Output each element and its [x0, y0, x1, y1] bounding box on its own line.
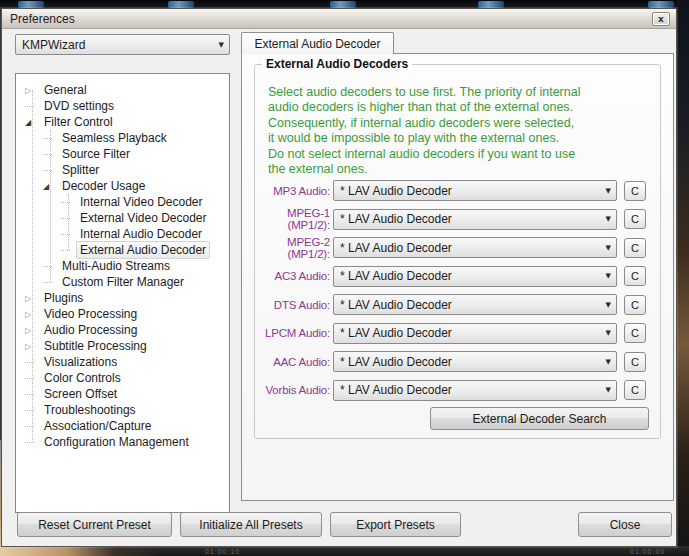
decoder-combo-mpeg1[interactable]: * LAV Audio Decoder▼	[333, 209, 617, 230]
tree-item-video-processing[interactable]: ▷Video Processing	[16, 306, 229, 322]
reset-current-preset-button[interactable]: Reset Current Preset	[17, 512, 172, 537]
decoder-label: MP3 Audio:	[255, 185, 333, 197]
decoder-row-lpcm: LPCM Audio: * LAV Audio Decoder▼ C	[255, 323, 660, 344]
chevron-down-icon: ▼	[606, 301, 611, 309]
tree-item-external-video-decoder[interactable]: External Video Decoder	[16, 210, 229, 226]
decoder-config-button[interactable]: C	[624, 352, 646, 372]
decoder-label: MPEG-2 (MP1/2):	[255, 236, 333, 260]
desktop-right-strip	[677, 0, 689, 556]
tree-connector	[61, 201, 76, 203]
external-decoder-search-button[interactable]: External Decoder Search	[430, 407, 649, 430]
decoder-combo-value: * LAV Audio Decoder	[340, 269, 452, 283]
decoder-combo-mpeg2[interactable]: * LAV Audio Decoder▼	[333, 237, 617, 258]
close-button[interactable]: Close	[578, 512, 672, 537]
decoder-config-button[interactable]: C	[624, 209, 646, 229]
decoder-combo-value: * LAV Audio Decoder	[340, 326, 452, 340]
tree-item-label: Configuration Management	[40, 433, 193, 451]
collapsed-arrow-icon[interactable]: ▷	[25, 310, 40, 319]
decoder-config-button[interactable]: C	[624, 295, 646, 315]
tree-connector	[43, 281, 58, 283]
tree-item-filter-control[interactable]: ◢Filter Control	[16, 114, 229, 130]
group-description: Select audio decoders to use first. The …	[268, 85, 646, 177]
expanded-arrow-icon[interactable]: ◢	[43, 182, 58, 191]
group-external-audio-decoders: External Audio Decoders Select audio dec…	[254, 64, 661, 439]
decoder-label: Vorbis Audio:	[255, 384, 333, 396]
tab-label: External Audio Decoder	[254, 37, 380, 51]
tree-item-subtitle-processing[interactable]: ▷Subtitle Processing	[16, 338, 229, 354]
export-presets-button[interactable]: Export Presets	[330, 512, 461, 537]
tree-item-dvd-settings[interactable]: DVD settings	[16, 98, 229, 114]
chevron-down-icon: ▼	[606, 386, 611, 394]
tree-connector	[25, 425, 40, 427]
tree-item-screen-offset[interactable]: Screen Offset	[16, 386, 229, 402]
title-bar[interactable]: Preferences x	[2, 9, 676, 29]
tree-item-source-filter[interactable]: Source Filter	[16, 146, 229, 162]
tree-connector	[25, 377, 40, 379]
tree-item-multi-audio-streams[interactable]: Multi-Audio Streams	[16, 258, 229, 274]
decoder-combo-value: * LAV Audio Decoder	[340, 184, 452, 198]
tree-item-splitter[interactable]: Splitter	[16, 162, 229, 178]
tree-connector	[43, 265, 58, 267]
tree-item-configuration-management[interactable]: Configuration Management	[16, 434, 229, 450]
preset-combo[interactable]: KMPWizard ▼	[15, 34, 230, 55]
tree-item-association-capture[interactable]: Association/Capture	[16, 418, 229, 434]
tree-connector	[61, 233, 76, 235]
preferences-tree: ▷General DVD settings ◢Filter Control Se…	[15, 73, 230, 513]
tree-connector	[25, 361, 40, 363]
window-close-button[interactable]: x	[652, 12, 670, 26]
decoder-row-aac: AAC Audio: * LAV Audio Decoder▼ C	[255, 351, 660, 372]
decoder-row-mpeg2: MPEG-2 (MP1/2): * LAV Audio Decoder▼ C	[255, 237, 660, 258]
decoder-config-button[interactable]: C	[624, 323, 646, 343]
decoder-rows: MP3 Audio: * LAV Audio Decoder▼ C MPEG-1…	[255, 180, 660, 408]
collapsed-arrow-icon[interactable]: ▷	[25, 342, 40, 351]
tree-connector	[61, 249, 76, 251]
decoder-combo-value: * LAV Audio Decoder	[340, 241, 452, 255]
decoder-row-vorbis: Vorbis Audio: * LAV Audio Decoder▼ C	[255, 380, 660, 401]
decoder-combo-ac3[interactable]: * LAV Audio Decoder▼	[333, 266, 617, 287]
decoder-combo-dts[interactable]: * LAV Audio Decoder▼	[333, 294, 617, 315]
tree-item-audio-processing[interactable]: ▷Audio Processing	[16, 322, 229, 338]
tree-connector	[43, 169, 58, 171]
decoder-row-mp3: MP3 Audio: * LAV Audio Decoder▼ C	[255, 180, 660, 201]
group-title: External Audio Decoders	[262, 57, 412, 71]
initialize-all-presets-button[interactable]: Initialize All Presets	[180, 512, 322, 537]
decoder-config-button[interactable]: C	[624, 380, 646, 400]
tree-item-internal-audio-decoder[interactable]: Internal Audio Decoder	[16, 226, 229, 242]
tree-item-decoder-usage[interactable]: ◢Decoder Usage	[16, 178, 229, 194]
tree-item-external-audio-decoder[interactable]: External Audio Decoder	[16, 242, 229, 258]
taskbar-thumbnail-icon	[18, 1, 44, 8]
decoder-combo-aac[interactable]: * LAV Audio Decoder▼	[333, 351, 617, 372]
tree-connector	[25, 105, 40, 107]
tab-panel: External Audio Decoders Select audio dec…	[241, 53, 674, 501]
tree-connector	[61, 217, 76, 219]
decoder-combo-mp3[interactable]: * LAV Audio Decoder▼	[333, 180, 617, 201]
decoder-combo-lpcm[interactable]: * LAV Audio Decoder▼	[333, 323, 617, 344]
tree-item-general[interactable]: ▷General	[16, 82, 229, 98]
tree-item-troubleshootings[interactable]: Troubleshootings	[16, 402, 229, 418]
taskbar-thumbnail-icon	[330, 1, 356, 8]
tree-item-visualizations[interactable]: Visualizations	[16, 354, 229, 370]
tree-item-plugins[interactable]: ▷Plugins	[16, 290, 229, 306]
collapsed-arrow-icon[interactable]: ▷	[25, 86, 40, 95]
decoder-row-mpeg1: MPEG-1 (MP1/2): * LAV Audio Decoder▼ C	[255, 209, 660, 230]
tree-item-seamless-playback[interactable]: Seamless Playback	[16, 130, 229, 146]
tree-item-custom-filter-manager[interactable]: Custom Filter Manager	[16, 274, 229, 290]
decoder-combo-vorbis[interactable]: * LAV Audio Decoder▼	[333, 380, 617, 401]
chevron-down-icon: ▼	[606, 329, 611, 337]
background-timestamp: 01:00:10	[205, 548, 240, 555]
tree-item-color-controls[interactable]: Color Controls	[16, 370, 229, 386]
collapsed-arrow-icon[interactable]: ▷	[25, 326, 40, 335]
taskbar-thumbnail-icon	[168, 1, 194, 8]
decoder-label: LPCM Audio:	[255, 327, 333, 339]
decoder-combo-value: * LAV Audio Decoder	[340, 298, 452, 312]
decoder-config-button[interactable]: C	[624, 238, 646, 258]
chevron-down-icon: ▼	[219, 41, 224, 49]
expanded-arrow-icon[interactable]: ◢	[25, 118, 40, 127]
taskbar-thumbnail-icon	[648, 1, 674, 8]
tree-item-internal-video-decoder[interactable]: Internal Video Decoder	[16, 194, 229, 210]
chevron-down-icon: ▼	[606, 244, 611, 252]
decoder-config-button[interactable]: C	[624, 181, 646, 201]
collapsed-arrow-icon[interactable]: ▷	[25, 294, 40, 303]
decoder-config-button[interactable]: C	[624, 266, 646, 286]
tab-external-audio-decoder[interactable]: External Audio Decoder	[241, 32, 394, 54]
